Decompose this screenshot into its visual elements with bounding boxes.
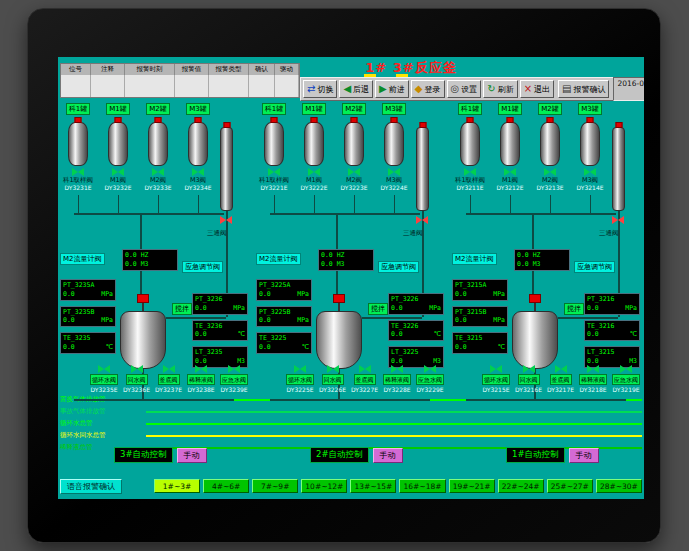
spare-valve-chip[interactable]: 应急调节阀 — [378, 261, 419, 273]
toolbar-button[interactable]: ◎ 设置 — [447, 80, 482, 98]
valve-icon[interactable] — [131, 365, 143, 373]
flow-meter-valve-chip[interactable]: M2流量计阀 — [60, 253, 105, 265]
page-button[interactable]: 10#~12# — [301, 479, 347, 493]
toolbar-button[interactable]: ◆ 登录 — [411, 80, 445, 98]
tank-icon — [264, 122, 284, 166]
voice-alarm-ack-button[interactable]: 语音报警确认 — [60, 479, 122, 494]
tank-label-chip[interactable]: 科1罐 — [458, 103, 482, 115]
valve-icon[interactable] — [620, 365, 632, 373]
toolbar-button[interactable]: ◀ 后退 — [339, 80, 373, 98]
valve-chip[interactable]: 稀释液阀 — [383, 374, 411, 385]
manual-mode-button[interactable]: 手动 — [569, 448, 599, 463]
condenser-valve-icon[interactable] — [220, 216, 232, 224]
toolbar-button[interactable]: × 退出 — [520, 80, 554, 98]
flow-meter-valve-chip[interactable]: M2流量计阀 — [256, 253, 301, 265]
page-button[interactable]: 1#~3# — [154, 479, 200, 493]
valve-chip[interactable]: 应急水阀 — [416, 374, 444, 385]
valve-chip[interactable]: 釜底阀 — [158, 374, 180, 385]
valve-icon[interactable] — [504, 168, 516, 176]
valve-chip[interactable]: 应急水阀 — [612, 374, 640, 385]
datetime-text: 2016-02-01 09:31:10 — [617, 79, 644, 88]
valve-icon[interactable] — [268, 168, 280, 176]
alarm-table-body-row — [61, 75, 299, 97]
valve-icon[interactable] — [555, 365, 567, 373]
valve-icon[interactable] — [163, 365, 175, 373]
manual-mode-button[interactable]: 手动 — [177, 448, 207, 463]
valve-chip[interactable]: 稀释液阀 — [579, 374, 607, 385]
valve-chip[interactable]: 循环水阀 — [90, 374, 118, 385]
tank-label-chip[interactable]: M2罐 — [342, 103, 366, 115]
alarm-ack-button[interactable]: ▤ 报警确认 — [558, 80, 609, 98]
valve-icon[interactable] — [391, 365, 403, 373]
valve-icon[interactable] — [195, 365, 207, 373]
page-button[interactable]: 22#~24# — [498, 479, 544, 493]
manual-mode-button[interactable]: 手动 — [373, 448, 403, 463]
valve-icon[interactable] — [152, 168, 164, 176]
stirrer-chip[interactable]: 搅拌 — [368, 303, 388, 315]
reactor-vessel[interactable] — [512, 311, 558, 369]
valve-icon[interactable] — [587, 365, 599, 373]
valve-icon[interactable] — [308, 168, 320, 176]
valve-icon[interactable] — [72, 168, 84, 176]
valve-icon[interactable] — [464, 168, 476, 176]
valve-icon[interactable] — [228, 365, 240, 373]
page-button[interactable]: 7#~9# — [252, 479, 298, 493]
condenser-column — [612, 127, 625, 211]
tank-label-chip[interactable]: M1罐 — [302, 103, 326, 115]
reactor-vessel[interactable] — [120, 311, 166, 369]
valve-icon[interactable] — [348, 168, 360, 176]
valve-icon[interactable] — [112, 168, 124, 176]
valve-chip[interactable]: 回水阀 — [322, 374, 344, 385]
tank-label-chip[interactable]: 科1罐 — [66, 103, 90, 115]
tank-label-chip[interactable]: M2罐 — [146, 103, 170, 115]
valve-chip[interactable]: 循环水阀 — [286, 374, 314, 385]
tank-icon — [344, 122, 364, 166]
valve-chip[interactable]: 釜底阀 — [354, 374, 376, 385]
valve-chip[interactable]: 回水阀 — [126, 374, 148, 385]
condenser-valve-icon[interactable] — [612, 216, 624, 224]
bottom-valve-unit: 循环水阀 DY3235E — [90, 363, 118, 393]
flow-meter-valve-chip[interactable]: M2流量计阀 — [452, 253, 497, 265]
page-button[interactable]: 25#~27# — [547, 479, 593, 493]
valve-name: 科1取样阀 — [63, 176, 93, 184]
spare-valve-chip[interactable]: 应急调节阀 — [574, 261, 615, 273]
valve-chip[interactable]: 回水阀 — [518, 374, 540, 385]
valve-chip[interactable]: 稀释液阀 — [187, 374, 215, 385]
tank-label-chip[interactable]: M3罐 — [578, 103, 602, 115]
valve-icon[interactable] — [523, 365, 535, 373]
tank-label-chip[interactable]: 科1罐 — [262, 103, 286, 115]
valve-icon[interactable] — [294, 365, 306, 373]
toolbar-button[interactable]: ⇄ 切换 — [303, 80, 337, 98]
valve-icon[interactable] — [192, 168, 204, 176]
instrument-unit: MPa — [429, 304, 441, 313]
tank-label-chip[interactable]: M3罐 — [382, 103, 406, 115]
stirrer-chip[interactable]: 搅拌 — [172, 303, 192, 315]
instrument-box: TE_3226 0.0 ℃ — [388, 320, 444, 342]
tank-label-chip[interactable]: M1罐 — [106, 103, 130, 115]
page-button[interactable]: 4#~6# — [203, 479, 249, 493]
valve-icon[interactable] — [584, 168, 596, 176]
tank-label-chip[interactable]: M2罐 — [538, 103, 562, 115]
valve-icon[interactable] — [98, 365, 110, 373]
valve-icon[interactable] — [544, 168, 556, 176]
valve-icon[interactable] — [388, 168, 400, 176]
page-button[interactable]: 19#~21# — [449, 479, 495, 493]
tank-label-chip[interactable]: M1罐 — [498, 103, 522, 115]
page-button[interactable]: 28#~30# — [596, 479, 642, 493]
valve-chip[interactable]: 循环水阀 — [482, 374, 510, 385]
tank-label-chip[interactable]: M3罐 — [186, 103, 210, 115]
page-button[interactable]: 16#~18# — [399, 479, 445, 493]
valve-icon[interactable] — [490, 365, 502, 373]
valve-icon[interactable] — [424, 365, 436, 373]
toolbar-button[interactable]: ▶ 前进 — [375, 80, 409, 98]
valve-icon[interactable] — [327, 365, 339, 373]
spare-valve-chip[interactable]: 应急调节阀 — [182, 261, 223, 273]
valve-chip[interactable]: 应急水阀 — [220, 374, 248, 385]
toolbar-button[interactable]: ↻ 刷新 — [483, 80, 517, 98]
reactor-vessel[interactable] — [316, 311, 362, 369]
condenser-valve-icon[interactable] — [416, 216, 428, 224]
page-button[interactable]: 13#~15# — [350, 479, 396, 493]
stirrer-chip[interactable]: 搅拌 — [564, 303, 584, 315]
valve-chip[interactable]: 釜底阀 — [550, 374, 572, 385]
valve-icon[interactable] — [359, 365, 371, 373]
